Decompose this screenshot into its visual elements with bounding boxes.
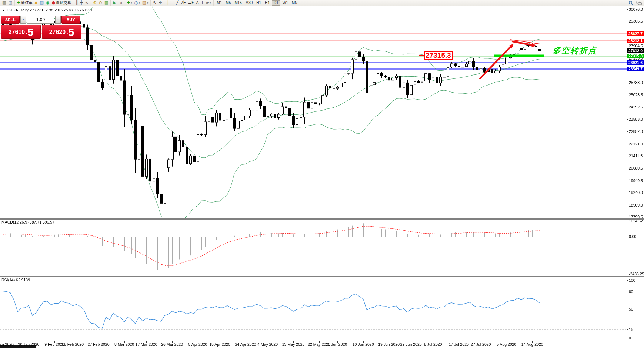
zoom-in-icon[interactable]: ⊕ bbox=[92, 0, 98, 6]
turning-point-annotation: 多空转折点 bbox=[553, 45, 597, 56]
autotrading-icon-label: 自动交易 bbox=[56, 0, 71, 6]
horizontal-line-icon[interactable]: ─ bbox=[170, 0, 175, 6]
ohlc-values: 27727.0 27852.0 27578.0 27612.0 bbox=[30, 8, 92, 12]
timeframe-m1[interactable]: M1 bbox=[216, 0, 224, 6]
tile-windows-icon[interactable]: ▦ bbox=[103, 0, 109, 6]
date-axis-label: 5 Aug 2020 bbox=[497, 342, 516, 347]
price-axis-label: 27904.5 bbox=[629, 44, 644, 48]
one-click-trading-panel: SELL ▼ 1.00 ▲ BUY 27610 . 5 27620 . 5 bbox=[1, 16, 81, 39]
eraser-icon[interactable]: ◆ bbox=[33, 0, 39, 6]
vertical-line-icon[interactable]: │ bbox=[166, 0, 170, 6]
candlestick-chart-icon[interactable]: ╪ bbox=[79, 0, 84, 6]
price-axis-label: 22121.0 bbox=[629, 142, 644, 146]
new-order-icon[interactable]: ✚新订单 bbox=[16, 0, 33, 6]
auto-scroll-icon[interactable]: ▶ bbox=[112, 0, 117, 6]
shapes-icon: ▱ bbox=[206, 0, 209, 5]
sell-price-tile[interactable]: 27610 . 5 bbox=[1, 25, 41, 39]
text-label-icon[interactable]: T bbox=[200, 0, 205, 6]
trendline-icon[interactable]: ╱ bbox=[175, 0, 180, 6]
buy-button[interactable]: BUY bbox=[61, 16, 80, 24]
periods-icon[interactable]: ◷▾ bbox=[133, 0, 141, 6]
shapes-icon[interactable]: ▱▾ bbox=[205, 0, 212, 6]
search-icon[interactable] bbox=[628, 0, 633, 7]
toolbar-group: ▶⇥ bbox=[111, 0, 124, 6]
price-axis-label: 25023.5 bbox=[629, 93, 644, 97]
autotrading-icon: ● bbox=[52, 0, 56, 5]
sell-button[interactable]: SELL bbox=[1, 16, 20, 24]
templates-icon[interactable]: ▤▾ bbox=[141, 0, 149, 6]
price-axis-label: 19240.0 bbox=[629, 190, 644, 195]
templates-icon: ▤ bbox=[142, 0, 146, 5]
crosshair-icon[interactable]: ✛ bbox=[157, 0, 163, 6]
price-axis-label: 19949.5 bbox=[629, 178, 644, 183]
autotrading-icon[interactable]: ●自动交易 bbox=[51, 0, 72, 6]
buy-price-fraction: 5 bbox=[68, 26, 74, 38]
date-axis-label: 19 Jun 2020 bbox=[378, 342, 400, 347]
text-icon[interactable]: A bbox=[195, 0, 200, 6]
signals-icon[interactable]: ◉ bbox=[45, 0, 51, 6]
date-axis-label: 8 Mar 2020 bbox=[114, 342, 134, 347]
cursor-icon[interactable]: ↖ bbox=[152, 0, 157, 6]
date-axis-label: 14 Aug 2020 bbox=[521, 342, 543, 347]
tile-windows-icon: ▦ bbox=[104, 0, 108, 5]
dropdown-arrow-icon[interactable]: ▾ bbox=[147, 1, 148, 4]
timeframe-toolbar: M1M5M15M30H1H4D1W1MN bbox=[214, 0, 301, 6]
volume-decrease-button[interactable]: ▼ bbox=[20, 16, 26, 24]
date-axis-label: 4 May 2020 bbox=[257, 342, 278, 347]
timeframe-m30[interactable]: M30 bbox=[244, 0, 254, 6]
macd-axis-label: 1024.52 bbox=[629, 219, 644, 223]
new-order-icon: ✚ bbox=[17, 0, 20, 5]
symbol-period-label: DJ30-,Daily bbox=[7, 8, 29, 12]
timeframe-h1[interactable]: H1 bbox=[255, 0, 263, 6]
date-axis-label: 9 Feb 2020 bbox=[44, 342, 64, 347]
dropdown-arrow-icon[interactable]: ▾ bbox=[210, 1, 211, 4]
date-axis-label: 15 Apr 2020 bbox=[209, 342, 230, 347]
vertical-line-icon: │ bbox=[167, 0, 169, 5]
chart-shift-icon[interactable]: ⇥ bbox=[117, 0, 123, 6]
timeframe-m15[interactable]: M15 bbox=[233, 0, 243, 6]
fibonacci-icon[interactable]: ≡F bbox=[187, 0, 195, 6]
timeframe-m5[interactable]: M5 bbox=[224, 0, 233, 6]
date-axis-label: 1 Jun 2020 bbox=[328, 342, 347, 347]
indicators-icon: ✚ bbox=[127, 0, 130, 5]
toolbar-group: │─╱╱E≡FAT▱▾ bbox=[164, 0, 213, 6]
toolbar-group: ✚新订单◆▤◉●自动交易 bbox=[15, 0, 73, 6]
price-axis-label: 20680.5 bbox=[629, 166, 644, 170]
zoom-out-icon[interactable]: ⊖ bbox=[98, 0, 103, 6]
profiles-icon[interactable]: ◫ bbox=[7, 0, 13, 6]
timeframe-w1[interactable]: W1 bbox=[281, 0, 290, 6]
rsi-axis-label: 15 bbox=[629, 327, 644, 332]
eraser-icon: ◆ bbox=[34, 0, 37, 5]
timeframe-mn[interactable]: MN bbox=[290, 0, 299, 6]
rsi-axis-label: 50 bbox=[629, 307, 644, 311]
price-annotation-box[interactable]: 27315.3 bbox=[424, 51, 453, 60]
collapse-arrow-icon[interactable]: ▲ bbox=[2, 9, 5, 12]
date-axis-label: 13 May 2020 bbox=[282, 342, 305, 347]
date-axis-label: 22 May 2020 bbox=[308, 342, 330, 347]
line-chart-icon[interactable]: ∿ bbox=[84, 0, 89, 6]
timeframe-d1[interactable]: D1 bbox=[272, 0, 280, 6]
buy-price-tile[interactable]: 27620 . 5 bbox=[42, 25, 81, 39]
price-axis-label: 30076.0 bbox=[629, 7, 644, 11]
chart-area[interactable] bbox=[0, 0, 644, 348]
volume-increase-button[interactable]: ▲ bbox=[55, 16, 61, 24]
channel-icon[interactable]: ╱E bbox=[180, 0, 187, 6]
terminal-icon[interactable]: ▤ bbox=[39, 0, 45, 6]
date-axis-label: 27 Feb 2020 bbox=[88, 342, 110, 347]
dropdown-arrow-icon[interactable]: ▾ bbox=[139, 1, 140, 4]
charts-window-icon[interactable]: ▦ bbox=[1, 0, 7, 6]
chart-shift-icon: ⇥ bbox=[119, 0, 122, 5]
macd-axis-label: -2433.25 bbox=[629, 272, 644, 276]
indicators-icon[interactable]: ✚▾ bbox=[126, 0, 133, 6]
text-icon: A bbox=[196, 0, 199, 5]
price-axis-label: 23583.0 bbox=[629, 117, 644, 121]
toolbar-group: ╫╪∿ bbox=[73, 0, 91, 6]
horizontal-line-icon: ─ bbox=[171, 0, 174, 5]
dropdown-arrow-icon[interactable]: ▾ bbox=[131, 1, 132, 4]
chat-icon[interactable] bbox=[636, 0, 642, 7]
bar-chart-icon[interactable]: ╫ bbox=[74, 0, 79, 6]
auto-scroll-icon: ▶ bbox=[113, 0, 116, 5]
volume-input[interactable]: 1.00 bbox=[27, 16, 54, 24]
date-axis-label: 17 Mar 2020 bbox=[136, 342, 157, 347]
timeframe-h4[interactable]: H4 bbox=[263, 0, 271, 6]
